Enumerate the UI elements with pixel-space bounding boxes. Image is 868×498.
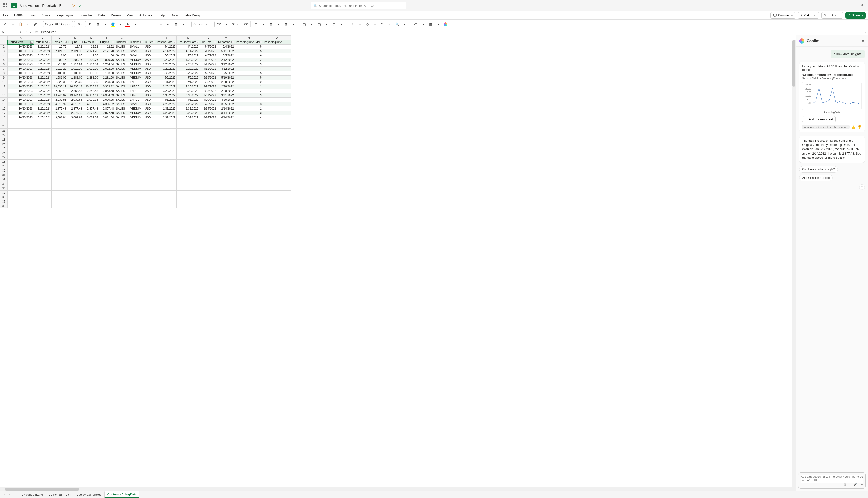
align-dropdown[interactable]: ▾ <box>158 21 164 27</box>
cell[interactable] <box>156 133 177 137</box>
cells-button-2[interactable]: ▢ <box>316 21 322 27</box>
cell[interactable] <box>200 204 217 208</box>
cell[interactable] <box>144 182 156 186</box>
cell[interactable] <box>115 151 129 155</box>
attach-icon[interactable]: ▦ <box>843 483 846 486</box>
cell[interactable]: 3/31/2022 <box>200 93 217 97</box>
cell[interactable] <box>217 120 235 124</box>
cell[interactable] <box>83 137 99 142</box>
cell[interactable]: 12.72 <box>83 44 99 49</box>
cell[interactable]: LARGE <box>129 84 144 89</box>
cell[interactable] <box>200 155 217 160</box>
table-header-cell[interactable]: DueDate▾ <box>200 40 217 44</box>
cell[interactable] <box>83 124 99 129</box>
cell[interactable]: SMALL <box>129 53 144 58</box>
cell[interactable]: 5/5/2022 <box>156 53 177 58</box>
cell[interactable] <box>200 124 217 129</box>
cell[interactable]: 16,333.12 <box>83 84 99 89</box>
table-header-cell[interactable]: PostingDate▾ <box>156 40 177 44</box>
cell[interactable] <box>8 169 34 173</box>
row-header[interactable]: 1 <box>0 40 8 44</box>
undo-button[interactable]: ↶ <box>2 21 9 27</box>
clipboard-dropdown[interactable]: ▾ <box>25 21 31 27</box>
cell[interactable]: 2,877.48 <box>67 111 83 115</box>
cell[interactable]: SALES <box>115 93 129 97</box>
cell[interactable] <box>67 204 83 208</box>
sort-filter-dropdown[interactable]: ▾ <box>387 21 393 27</box>
cell[interactable] <box>200 164 217 169</box>
cell[interactable] <box>177 120 200 124</box>
cell[interactable]: 5/5/2022 <box>177 76 200 80</box>
row-header[interactable]: 17 <box>0 111 8 115</box>
cell[interactable]: 2/28/2022 <box>200 89 217 93</box>
cell[interactable]: 19,944.69 <box>99 93 115 97</box>
cell[interactable] <box>156 169 177 173</box>
row-header[interactable]: 34 <box>0 186 8 191</box>
cell[interactable] <box>8 173 34 177</box>
cell[interactable] <box>263 173 291 177</box>
cell[interactable] <box>156 160 177 164</box>
cell[interactable] <box>129 199 144 204</box>
cell[interactable]: 2,853.48 <box>52 89 67 93</box>
cell[interactable]: 16,333.12 <box>52 84 67 89</box>
row-header[interactable]: 30 <box>0 169 8 173</box>
cell[interactable]: 3/20/2024 <box>34 102 52 106</box>
cell[interactable]: 10/20/2023 <box>8 49 34 53</box>
cell[interactable]: 3/29/2022 <box>156 67 177 71</box>
row-header[interactable]: 25 <box>0 146 8 151</box>
cell[interactable]: 2/28/2022 <box>200 84 217 89</box>
cell[interactable] <box>177 164 200 169</box>
cell[interactable] <box>52 129 67 133</box>
cell[interactable] <box>156 164 177 169</box>
insert-cells-button[interactable]: ⊞ <box>268 21 274 27</box>
cell[interactable]: 3/20/2024 <box>34 71 52 76</box>
cell[interactable] <box>129 164 144 169</box>
cell[interactable]: 3/12/2022 <box>200 62 217 67</box>
cell[interactable]: SALES <box>115 80 129 84</box>
cell[interactable]: 3/20/2024 <box>34 53 52 58</box>
cell[interactable] <box>144 204 156 208</box>
cell[interactable]: 2,853.48 <box>99 89 115 93</box>
cell[interactable]: 809.76 <box>67 58 83 62</box>
cell[interactable] <box>52 195 67 199</box>
cell[interactable]: 5 <box>235 49 263 53</box>
cell[interactable] <box>129 146 144 151</box>
cell[interactable]: 4/1/2022 <box>177 97 200 102</box>
cell[interactable] <box>177 155 200 160</box>
column-header-K[interactable]: K <box>177 36 200 40</box>
cell[interactable]: 1.06 <box>52 53 67 58</box>
cell[interactable] <box>235 182 263 186</box>
cell[interactable]: 2,039.85 <box>83 97 99 102</box>
row-header[interactable]: 2 <box>0 44 8 49</box>
cell[interactable] <box>99 146 115 151</box>
cell[interactable] <box>99 182 115 186</box>
menu-tab-page-layout[interactable]: Page Layout <box>55 11 74 19</box>
cell[interactable] <box>177 204 200 208</box>
cell[interactable] <box>144 199 156 204</box>
cell[interactable] <box>129 195 144 199</box>
cell[interactable]: 3/20/2024 <box>34 106 52 111</box>
cell[interactable] <box>200 195 217 199</box>
cell[interactable] <box>263 137 291 142</box>
find-button[interactable]: 🔍 <box>394 21 400 27</box>
cell[interactable]: 2/25/2022 <box>156 102 177 106</box>
column-header-G[interactable]: G <box>115 36 129 40</box>
cell[interactable]: SALES <box>115 67 129 71</box>
cell[interactable] <box>67 124 83 129</box>
sync-icon[interactable]: ⟳ <box>77 3 82 8</box>
row-header[interactable]: 38 <box>0 204 8 208</box>
cell[interactable]: -103.00 <box>67 71 83 76</box>
cell[interactable]: 10/20/2023 <box>8 76 34 80</box>
cell[interactable]: 12.72 <box>99 44 115 49</box>
cell[interactable] <box>156 129 177 133</box>
cell[interactable] <box>52 146 67 151</box>
row-header[interactable]: 19 <box>0 120 8 124</box>
cell[interactable] <box>177 137 200 142</box>
cell[interactable] <box>129 151 144 155</box>
cell[interactable] <box>67 182 83 186</box>
row-header[interactable]: 6 <box>0 62 8 67</box>
cell[interactable] <box>67 120 83 124</box>
cell[interactable] <box>83 164 99 169</box>
table-header-cell[interactable]: Dimens▾ <box>129 40 144 44</box>
row-header[interactable]: 24 <box>0 142 8 146</box>
